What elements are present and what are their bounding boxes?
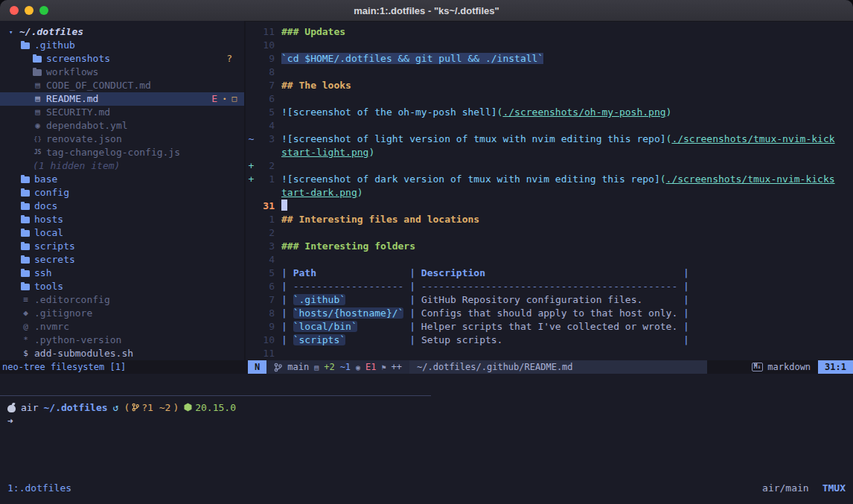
line-text [281, 253, 853, 267]
markdown-link[interactable]: ./screenshots/oh-my-posh.png [502, 106, 665, 118]
expand-arrow-icon[interactable]: ▾ [9, 25, 16, 39]
tree-item-renovate-json[interactable]: {}renovate.json [0, 133, 244, 146]
editor-line[interactable]: tart-dark.png) [246, 186, 853, 200]
editor-line[interactable]: 7## The looks [246, 79, 853, 92]
line-number: 3 [257, 240, 281, 253]
tree-item-dotfiles[interactable]: ▾~/.dotfiles [0, 25, 244, 39]
editor-buffer[interactable]: 11### Updates 10 9`cd $HOME/.dotfiles &&… [246, 21, 853, 360]
editor-line[interactable]: +2 [246, 159, 853, 173]
tree-item-ssh[interactable]: ssh [0, 267, 244, 280]
tree-item-secrets[interactable]: secrets [0, 253, 244, 267]
line-text: ### Interesting folders [281, 240, 853, 253]
editor-line[interactable]: 31 [246, 200, 853, 213]
line-number: 1 [257, 173, 281, 186]
editor-line[interactable]: start-light.png) [246, 146, 853, 159]
text-segment: ) [666, 106, 672, 118]
tree-item-hosts[interactable]: hosts [0, 213, 244, 226]
tree-item-security-md[interactable]: ▤SECURITY.md [0, 106, 244, 119]
markdown-link[interactable]: tart-dark.png [281, 187, 357, 198]
markdown-link[interactable]: start-light.png [281, 147, 368, 158]
git-sign [246, 320, 257, 334]
tree-item-workflows[interactable]: workflows [0, 66, 244, 79]
tree-item-1-hidden-item[interactable]: (1 hidden item) [0, 159, 244, 173]
editor-line[interactable]: 8| `hosts/{hostname}/` | Configs that sh… [246, 307, 853, 320]
tree-item-label: tag-changelog-config.js [46, 146, 180, 159]
line-gutter: 6 [246, 92, 281, 106]
editor-line[interactable]: 8 [246, 66, 853, 79]
editor-line[interactable]: 5![screenshot of the oh-my-posh shell](.… [246, 106, 853, 119]
editor-line[interactable]: 11 [246, 347, 853, 360]
tree-item-add-submodules-sh[interactable]: $add-submodules.sh [0, 347, 244, 360]
line-text: ![screenshot of dark version of tmux wit… [281, 173, 853, 186]
text-segment: Helper scripts that I've collected or wr… [421, 321, 677, 332]
tree-item-label: add-submodules.sh [34, 347, 133, 360]
close-button[interactable] [10, 6, 19, 15]
tree-item-editorconfig[interactable]: ≡.editorconfig [0, 293, 244, 307]
buffer-lines: 11### Updates 10 9`cd $HOME/.dotfiles &&… [246, 25, 853, 360]
text-segment: ----------------------------------------… [421, 281, 677, 292]
tree-item-local[interactable]: local [0, 226, 244, 240]
tree-item-config[interactable]: config [0, 186, 244, 200]
markdown-link[interactable]: ./screenshots/tmux-nvim-kicks [666, 173, 835, 185]
tree-item-code-of-conduct-md[interactable]: ▤CODE_OF_CONDUCT.md [0, 79, 244, 92]
tree-item-nvmrc[interactable]: @.nvmrc [0, 320, 244, 334]
shell-input-line[interactable]: ➜ [7, 414, 13, 427]
git-sign [246, 39, 257, 52]
tree-item-base[interactable]: base [0, 173, 244, 186]
text-segment: Setup scripts. [421, 334, 503, 345]
diff-icon: ▤ [314, 363, 319, 371]
cursor-position: 31:1 [818, 360, 853, 374]
tree-item-tag-changelog-config-js[interactable]: JStag-changelog-config.js [0, 146, 244, 159]
mode-indicator: N [248, 360, 266, 374]
editor-line[interactable]: 4 [246, 253, 853, 267]
tree-item-label: CODE_OF_CONDUCT.md [46, 79, 151, 92]
line-number: 4 [257, 253, 281, 267]
text-segment: | [281, 321, 293, 332]
tmux-window-tab[interactable]: 1:.dotfiles [7, 482, 71, 494]
folder-icon [21, 176, 30, 183]
markdown-link[interactable]: ./screenshots/tmux-nvim-kick [671, 133, 834, 144]
editor-line[interactable]: ~3![screenshot of light version of tmux … [246, 133, 853, 146]
editor-line[interactable]: 1## Interesting files and locations [246, 213, 853, 226]
line-gutter: 6 [246, 280, 281, 293]
tree-item-docs[interactable]: docs [0, 200, 244, 213]
git-sign [246, 240, 257, 253]
tree-item-python-version[interactable]: *.python-version [0, 334, 244, 347]
editor-line[interactable]: 9`cd $HOME/.dotfiles && git pull && ./in… [246, 52, 853, 66]
line-gutter: 7 [246, 79, 281, 92]
editor-line[interactable]: 9| `local/bin` | Helper scripts that I'v… [246, 320, 853, 334]
editor-line[interactable]: 4 [246, 119, 853, 133]
zoom-button[interactable] [39, 6, 48, 15]
git-open-paren: ( [124, 402, 130, 413]
line-number: 10 [257, 39, 281, 52]
tree-item-readme-md[interactable]: ▤README.mdE•□ [0, 92, 244, 106]
line-number: 9 [257, 320, 281, 334]
tree-item-tools[interactable]: tools [0, 280, 244, 293]
text-segment: Description [421, 267, 485, 278]
buffer-flags: ++ [392, 362, 402, 372]
minimize-button[interactable] [25, 6, 33, 15]
pane-separator[interactable] [0, 395, 431, 396]
line-gutter: 9 [246, 52, 281, 66]
editor-line[interactable]: 11### Updates [246, 25, 853, 39]
tree-item-dependabot-yml[interactable]: ◉dependabot.yml [0, 119, 244, 133]
node-version: 20.15.0 [195, 402, 236, 413]
text-segment: ## The looks [281, 80, 351, 91]
tree-item-label: hosts [34, 213, 63, 226]
tree-item-github[interactable]: .github [0, 39, 244, 52]
editor-line[interactable]: 5| Path | Description | [246, 267, 853, 280]
editor-line[interactable]: 6| ------------------- | ---------------… [246, 280, 853, 293]
sh-icon: $ [21, 347, 31, 360]
editor-line[interactable]: 6 [246, 92, 853, 106]
editor-line[interactable]: +1![screenshot of dark version of tmux w… [246, 173, 853, 186]
git-icon: ◆ [21, 307, 31, 320]
tree-item-scripts[interactable]: scripts [0, 240, 244, 253]
editor-line[interactable]: 10| `scripts` | Setup scripts. | [246, 334, 853, 347]
tree-item-screenshots[interactable]: screenshots? [0, 52, 244, 66]
editor-line[interactable]: 3### Interesting folders [246, 240, 853, 253]
editor-line[interactable]: 10 [246, 39, 853, 52]
tree-item-gitignore[interactable]: ◆.gitignore [0, 307, 244, 320]
tree-item-label: local [34, 226, 63, 240]
editor-line[interactable]: 2 [246, 226, 853, 240]
editor-line[interactable]: 7| `.github` | GitHub Repository configu… [246, 293, 853, 307]
